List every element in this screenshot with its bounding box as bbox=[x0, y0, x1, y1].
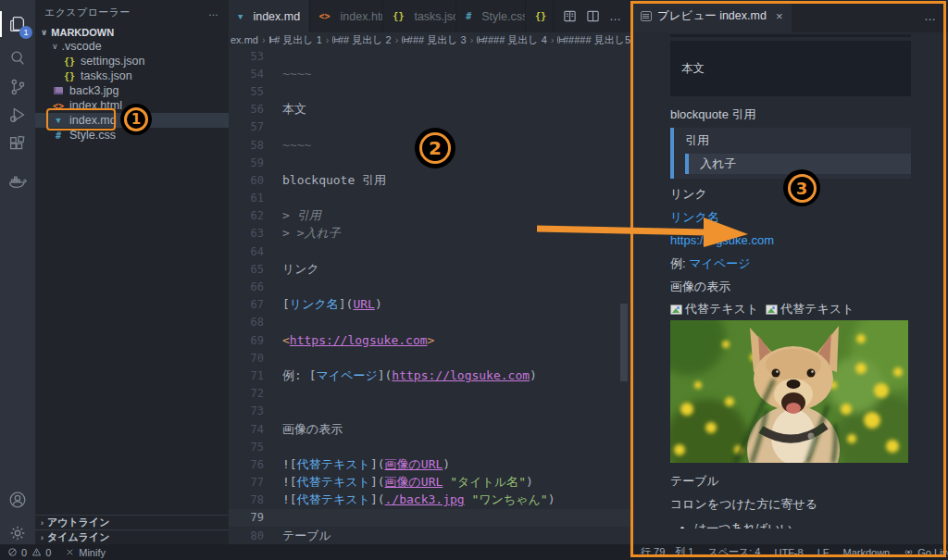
editor-line-79: 79 bbox=[229, 509, 630, 527]
line-content: ![代替テキスト](./back3.jpg "ワンちゃん") bbox=[266, 492, 555, 508]
extensions-icon[interactable] bbox=[0, 128, 35, 161]
line-number: 66 bbox=[229, 280, 266, 293]
explorer-more-button[interactable]: … bbox=[208, 6, 219, 18]
tab-index.md[interactable]: ▼index.md bbox=[229, 0, 310, 32]
preview-content[interactable]: 本文 blockquote 引用 引用 入れ子 リンク リンク名 https:/… bbox=[670, 32, 911, 529]
line-content: blockquote 引用 bbox=[266, 172, 386, 189]
preview-tabbar: プレビュー index.md × … bbox=[631, 0, 948, 32]
preview-paragraph: 画像の表示 bbox=[670, 280, 911, 294]
tree-item-back3.jpg[interactable]: back3.jpg bbox=[35, 83, 229, 98]
editor-line-78: 78![代替テキスト](./back3.jpg "ワンちゃん") bbox=[229, 492, 630, 509]
close-icon[interactable]: × bbox=[776, 9, 783, 23]
editor-line-80: 80テーブル bbox=[229, 527, 630, 544]
line-number: 68 bbox=[229, 316, 266, 329]
json-file-icon: {} bbox=[535, 11, 546, 21]
broken-image-icon bbox=[766, 305, 778, 315]
tab-tasks.json[interactable]: {}tasks.json bbox=[383, 0, 456, 32]
line-number: 76 bbox=[229, 458, 266, 471]
file-label: index.html bbox=[69, 99, 122, 112]
tree-item-.vscode[interactable]: ∨.vscode bbox=[35, 39, 229, 54]
tab-Style.css[interactable]: #Style.css bbox=[456, 0, 526, 32]
editor-group: ▼index.md<>index.html{}tasks.json#Style.… bbox=[229, 0, 630, 544]
workspace-root-label: MARKDOWN bbox=[51, 27, 114, 38]
image-file-icon bbox=[52, 87, 65, 94]
cursor-position[interactable]: 行 79、列 1 bbox=[641, 545, 693, 559]
dog-photo bbox=[670, 320, 908, 463]
editor-line-76: 76![代替テキスト](画像のURL) bbox=[229, 455, 630, 473]
preview-link-url[interactable]: https://logsuke.com bbox=[670, 233, 774, 247]
outline-label: アウトライン bbox=[47, 516, 110, 529]
tree-item-tasks.json[interactable]: {}tasks.json bbox=[35, 68, 229, 83]
workspace-root-row[interactable]: ∨ MARKDOWN bbox=[35, 24, 229, 40]
preview-example-link[interactable]: マイページ bbox=[689, 256, 750, 270]
line-number: 65 bbox=[229, 263, 266, 276]
breadcrumb-item[interactable]: # 見出し 1 bbox=[274, 33, 322, 47]
symbol-icon bbox=[557, 36, 560, 44]
tab-label: index.html bbox=[341, 10, 384, 23]
breadcrumb-item[interactable]: ex.md bbox=[231, 34, 258, 45]
breadcrumb-separator: › bbox=[262, 34, 266, 45]
tree-item-index.md[interactable]: ▼index.md bbox=[35, 113, 229, 128]
explorer-icon[interactable]: 1 bbox=[0, 7, 35, 41]
breadcrumb-separator: › bbox=[395, 34, 399, 45]
outline-section[interactable]: › アウトライン bbox=[35, 515, 229, 529]
line-content: テーブル bbox=[266, 528, 331, 544]
encoding[interactable]: UTF-8 bbox=[774, 547, 803, 558]
chevron-down-icon: ∨ bbox=[41, 28, 47, 37]
run-debug-icon[interactable] bbox=[0, 98, 35, 131]
explorer-badge: 1 bbox=[19, 26, 32, 39]
tab-index.html[interactable]: <>index.html bbox=[310, 0, 384, 32]
tree-item-Style.css[interactable]: #Style.css bbox=[35, 128, 229, 143]
split-editor-icon[interactable] bbox=[586, 9, 600, 23]
preview-more-button[interactable]: … bbox=[924, 9, 948, 23]
tab-s[interactable]: {}s bbox=[526, 0, 554, 32]
tab-label: index.md bbox=[253, 10, 300, 23]
line-content: > 引用 bbox=[266, 207, 321, 224]
editor-line-74: 74画像の表示 bbox=[229, 420, 630, 438]
editor-line-60: 60blockquote 引用 bbox=[229, 171, 630, 189]
line-number: 78 bbox=[229, 493, 266, 506]
indentation[interactable]: スペース: 4 bbox=[707, 545, 760, 559]
activity-bar: 1 bbox=[0, 0, 35, 544]
file-label: index.md bbox=[69, 114, 117, 127]
line-content: リンク bbox=[266, 261, 319, 278]
docker-icon[interactable] bbox=[0, 165, 35, 198]
breadcrumb[interactable]: ex.md›# 見出し 1›## 見出し 2›### 見出し 3›#### 見出… bbox=[229, 32, 630, 47]
language-mode[interactable]: Markdown bbox=[843, 547, 891, 558]
alt-text: 代替テキスト bbox=[780, 302, 854, 317]
preview-tab-icon bbox=[641, 11, 652, 21]
tree-item-settings.json[interactable]: {}settings.json bbox=[35, 54, 229, 68]
line-number: 55 bbox=[229, 85, 266, 98]
tree-item-index.html[interactable]: <>index.html bbox=[35, 98, 229, 113]
errors-indicator[interactable]: 0 bbox=[7, 547, 27, 558]
open-preview-icon[interactable] bbox=[563, 9, 577, 23]
code-editor[interactable]: 5354~~~~5556本文5758~~~~5960blockquote 引用6… bbox=[229, 47, 630, 544]
warnings-indicator[interactable]: 0 bbox=[31, 547, 51, 558]
preview-link-name[interactable]: リンク名 bbox=[670, 210, 719, 224]
preview-blockquote: 引用 入れ子 bbox=[670, 128, 911, 179]
editor-scrollbar[interactable] bbox=[620, 304, 628, 381]
more-actions-icon[interactable]: … bbox=[609, 9, 621, 23]
breadcrumb-item[interactable]: ## 見出し 2 bbox=[338, 33, 392, 47]
symbol-icon bbox=[269, 36, 272, 44]
line-number: 80 bbox=[229, 529, 266, 542]
line-number: 74 bbox=[229, 423, 266, 436]
preview-tab-label: プレビュー index.md bbox=[657, 8, 767, 24]
breadcrumb-item[interactable]: #### 見出し 4 bbox=[482, 33, 547, 47]
breadcrumb-item[interactable]: ### 見出し 3 bbox=[407, 33, 467, 47]
editor-line-67: 67[リンク名](URL) bbox=[229, 296, 630, 314]
eol-sequence[interactable]: LF bbox=[817, 547, 830, 558]
editor-line-68: 68 bbox=[229, 314, 630, 331]
go-live-button[interactable]: Go Live bbox=[904, 547, 948, 558]
preview-tab[interactable]: プレビュー index.md × bbox=[631, 0, 792, 32]
html-file-icon: <> bbox=[52, 101, 65, 111]
alt-text: 代替テキスト bbox=[685, 302, 758, 317]
editor-line-65: 65リンク bbox=[229, 260, 630, 278]
symbol-icon bbox=[402, 36, 405, 44]
line-content: ~~~~ bbox=[266, 138, 311, 152]
minify-button[interactable]: Minify bbox=[65, 547, 106, 558]
breadcrumb-item[interactable]: ##### 見出し5 bbox=[563, 33, 630, 47]
account-icon[interactable] bbox=[0, 483, 35, 516]
timeline-section[interactable]: › タイムライン bbox=[35, 529, 229, 544]
json-file-icon: {} bbox=[63, 56, 76, 67]
